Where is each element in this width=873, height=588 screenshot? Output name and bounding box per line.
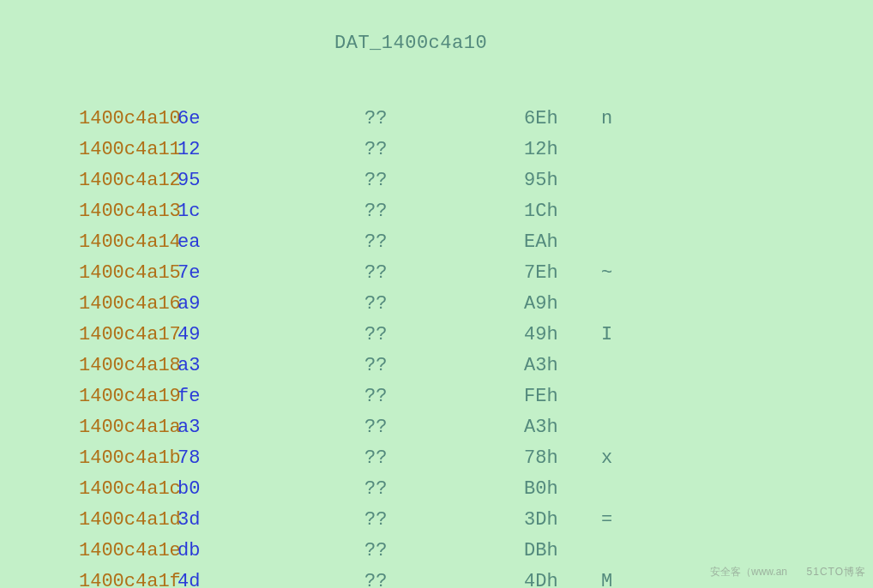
byte-value: 7e: [178, 258, 364, 289]
address: 1400c4a17: [79, 320, 178, 351]
data-row: 1400c4a1112??12h: [0, 135, 873, 165]
address: 1400c4a1a: [79, 412, 178, 443]
ascii-char: x: [601, 443, 612, 474]
address: 1400c4a1f: [79, 567, 178, 588]
mnemonic: ??: [364, 443, 524, 474]
data-row: 1400c4a19fe??FEh: [0, 381, 873, 412]
watermark-left: 安全客（www.an: [710, 565, 787, 579]
byte-value: 6e: [178, 104, 364, 135]
hex-value: A3h: [524, 351, 601, 381]
data-row: 1400c4a14ea??EAh: [0, 227, 873, 258]
byte-value: b0: [178, 474, 364, 505]
hex-value: 78h: [524, 443, 601, 474]
byte-value: fe: [178, 381, 364, 412]
address: 1400c4a19: [79, 381, 178, 412]
address: 1400c4a1e: [79, 536, 178, 567]
hex-value: A3h: [524, 412, 601, 443]
address: 1400c4a10: [79, 104, 178, 135]
ascii-char: =: [601, 505, 612, 536]
byte-value: 12: [178, 135, 364, 165]
data-row: 1400c4a157e??7Eh~: [0, 258, 873, 289]
data-row: 1400c4a1edb??DBh: [0, 536, 873, 567]
mnemonic: ??: [364, 412, 524, 443]
mnemonic: ??: [364, 165, 524, 196]
address: 1400c4a14: [79, 227, 178, 258]
mnemonic: ??: [364, 320, 524, 351]
data-row: 1400c4a16a9??A9h: [0, 289, 873, 320]
mnemonic: ??: [364, 351, 524, 381]
mnemonic: ??: [364, 227, 524, 258]
data-row: 1400c4a1749??49hI: [0, 320, 873, 351]
byte-value: 49: [178, 320, 364, 351]
byte-value: ea: [178, 227, 364, 258]
mnemonic: ??: [364, 258, 524, 289]
hex-value: 1Ch: [524, 196, 601, 227]
data-row: 1400c4a1cb0??B0h: [0, 474, 873, 505]
address: 1400c4a1d: [79, 505, 178, 536]
mnemonic: ??: [364, 135, 524, 165]
hex-value: 49h: [524, 320, 601, 351]
data-row: 1400c4a18a3??A3h: [0, 351, 873, 381]
hex-value: 7Eh: [524, 258, 601, 289]
hex-value: 6Eh: [524, 104, 601, 135]
hex-value: EAh: [524, 227, 601, 258]
mnemonic: ??: [364, 567, 524, 588]
mnemonic: ??: [364, 474, 524, 505]
mnemonic: ??: [364, 505, 524, 536]
address: 1400c4a15: [79, 258, 178, 289]
hex-value: DBh: [524, 536, 601, 567]
mnemonic: ??: [364, 381, 524, 412]
hex-value: 95h: [524, 165, 601, 196]
address: 1400c4a1b: [79, 443, 178, 474]
ascii-char: M: [601, 567, 612, 588]
data-row: 1400c4a1aa3??A3h: [0, 412, 873, 443]
hex-value: 3Dh: [524, 505, 601, 536]
byte-value: 4d: [178, 567, 364, 588]
data-label-title: DAT_1400c4a10: [0, 33, 873, 54]
ascii-char: n: [601, 104, 612, 135]
data-row: 1400c4a131c??1Ch: [0, 196, 873, 227]
address: 1400c4a13: [79, 196, 178, 227]
mnemonic: ??: [364, 104, 524, 135]
byte-value: 3d: [178, 505, 364, 536]
data-row: 1400c4a1295??95h: [0, 165, 873, 196]
hex-value: FEh: [524, 381, 601, 412]
byte-value: 1c: [178, 196, 364, 227]
ascii-char: I: [601, 320, 612, 351]
ascii-char: ~: [601, 258, 612, 289]
data-row: 1400c4a1d3d??3Dh=: [0, 505, 873, 536]
byte-value: a3: [178, 412, 364, 443]
hex-value: 12h: [524, 135, 601, 165]
mnemonic: ??: [364, 536, 524, 567]
hex-value: B0h: [524, 474, 601, 505]
hex-value: 4Dh: [524, 567, 601, 588]
disassembly-view: DAT_1400c4a10 1400c4a106e??6Ehn1400c4a11…: [0, 0, 873, 588]
hex-value: A9h: [524, 289, 601, 320]
address: 1400c4a16: [79, 289, 178, 320]
address: 1400c4a18: [79, 351, 178, 381]
address: 1400c4a12: [79, 165, 178, 196]
byte-value: 78: [178, 443, 364, 474]
watermark-right: 51CTO博客: [807, 565, 866, 579]
byte-value: a9: [178, 289, 364, 320]
address: 1400c4a1c: [79, 474, 178, 505]
byte-value: db: [178, 536, 364, 567]
data-row: 1400c4a1b78??78hx: [0, 443, 873, 474]
mnemonic: ??: [364, 196, 524, 227]
mnemonic: ??: [364, 289, 524, 320]
byte-value: 95: [178, 165, 364, 196]
address: 1400c4a11: [79, 135, 178, 165]
data-row: 1400c4a106e??6Ehn: [0, 104, 873, 135]
byte-value: a3: [178, 351, 364, 381]
